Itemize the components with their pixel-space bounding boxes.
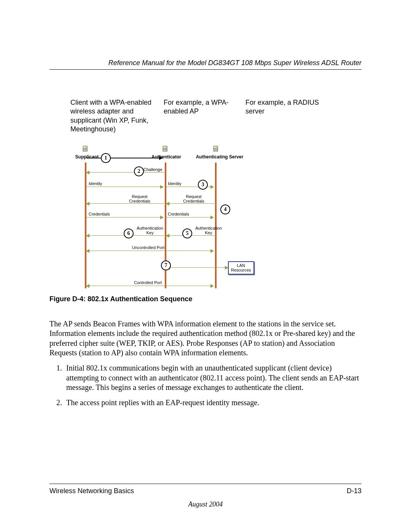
arrow-step1	[86, 158, 162, 158]
body-ordered-list: Initial 802.1x communications begin with…	[49, 363, 362, 407]
sequence-diagram: 🖥 🖥 🖥 Supplicant Authenticator Authentic…	[79, 142, 279, 288]
arrow-cred-r	[166, 217, 213, 217]
list-item: The access point replies with an EAP-req…	[64, 398, 362, 408]
server-icon: 🖥	[211, 144, 220, 154]
text-uncontrolled: Uncontrolled Port	[132, 245, 164, 250]
step-circle-2: 2	[134, 166, 144, 176]
text-cred-l: Credentials	[89, 212, 110, 216]
text-reqcred-l: Request Credentials	[124, 194, 155, 203]
text-identity-r: Identity	[168, 181, 181, 186]
caption-server: For example, a RADIUS server	[245, 98, 322, 134]
step-circle-6: 6	[124, 228, 134, 238]
lifeline-supplicant	[85, 163, 86, 288]
authenticator-icon: 🖥	[161, 144, 169, 154]
step-circle-3: 3	[198, 180, 208, 190]
page-header: Reference Manual for the Model DG834GT 1…	[49, 59, 362, 70]
header-title: Reference Manual for the Model DG834GT 1…	[108, 59, 362, 67]
arrow-identity-l	[86, 187, 163, 187]
label-supplicant: Supplicant	[73, 154, 101, 160]
arrow-cred-l	[86, 217, 163, 217]
label-auth-server: Authenticating Server	[193, 154, 246, 160]
arrow-challenge	[86, 172, 164, 173]
footer-page-number: D-13	[347, 487, 362, 495]
step-circle-1: 1	[101, 153, 111, 163]
text-authkey-r: Authentication Key	[191, 226, 226, 235]
text-challenge: Challenge	[143, 167, 162, 172]
caption-client: Client with a WPA-enabled wireless adapt…	[70, 98, 164, 134]
document-page: Reference Manual for the Model DG834GT 1…	[0, 0, 411, 407]
body-paragraph: The AP sends Beacon Frames with WPA info…	[49, 319, 362, 358]
arrow-uncontrolled	[86, 251, 213, 251]
text-identity-l: Identity	[89, 181, 102, 186]
footer-date: August 2004	[49, 500, 362, 508]
arrow-controlled	[86, 286, 213, 286]
caption-ap: For example, a WPA-enabled AP	[164, 98, 245, 134]
step-circle-4: 4	[220, 204, 230, 214]
list-item: Initial 802.1x communications begin with…	[64, 363, 362, 393]
text-controlled: Controlled Port	[134, 280, 162, 285]
diagram-top-captions: Client with a WPA-enabled wireless adapt…	[70, 98, 362, 134]
text-cred-r: Credentials	[168, 212, 189, 216]
label-authenticator: Authenticator	[147, 154, 185, 160]
footer-section: Wireless Networking Basics	[49, 487, 134, 495]
step-circle-7: 7	[161, 260, 171, 270]
supplicant-icon: 🖥	[81, 144, 89, 154]
lan-resources-box: LAN Resources	[228, 261, 254, 275]
step-circle-5: 5	[182, 228, 192, 238]
text-reqcred-r: Request Credentials	[178, 194, 209, 203]
arrow-controlled-lan	[167, 267, 228, 268]
page-footer: Wireless Networking Basics D-13 August 2…	[49, 484, 362, 508]
text-authkey-l: Authentication Key	[133, 226, 167, 235]
lifeline-server	[215, 163, 217, 288]
figure-caption: Figure D-4: 802.1x Authentication Sequen…	[49, 295, 362, 303]
